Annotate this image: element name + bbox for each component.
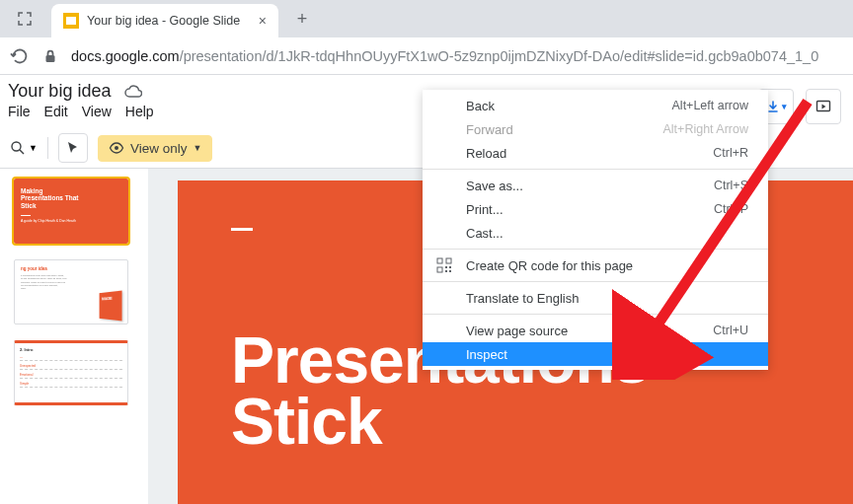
separator xyxy=(47,137,48,159)
filmstrip: Making Presentations That Stick A guide … xyxy=(0,169,148,504)
url-text[interactable]: docs.google.com/presentation/d/1JkR-tdqH… xyxy=(71,48,818,64)
reload-icon[interactable] xyxy=(10,46,30,66)
slide-thumbnail-2[interactable]: ng your idea e partnership with Chip and… xyxy=(14,259,128,324)
separator xyxy=(423,249,768,250)
cm-view-source[interactable]: View page sourceCtrl+U xyxy=(423,319,768,342)
cm-print[interactable]: Print...Ctrl+P xyxy=(423,197,768,221)
zoom-control[interactable]: ▼ xyxy=(10,140,38,156)
separator xyxy=(423,281,768,282)
svg-rect-8 xyxy=(445,266,447,268)
browser-tab[interactable]: Your big idea - Google Slide × xyxy=(51,4,278,37)
menu-bar: File Edit View Help xyxy=(8,104,154,119)
page-title[interactable]: Your big idea xyxy=(8,81,111,102)
context-menu: BackAlt+Left arrow ForwardAlt+Right Arro… xyxy=(423,90,768,370)
thumb3-item: Simple xyxy=(20,382,122,388)
slides-favicon xyxy=(63,13,79,29)
menu-help[interactable]: Help xyxy=(125,104,154,119)
magnify-icon xyxy=(10,140,26,156)
url-path: /presentation/d/1JkR-tdqHhnOUyyFtX1wO-5z… xyxy=(180,48,819,64)
menu-edit[interactable]: Edit xyxy=(44,104,68,119)
cm-forward: ForwardAlt+Right Arrow xyxy=(423,117,768,141)
thumb3-item: — xyxy=(20,355,122,361)
slide-thumbnail-3[interactable]: 2. Intro — Unexpected Emotional Simple xyxy=(14,340,128,405)
fullscreen-icon[interactable] xyxy=(18,12,32,26)
svg-point-4 xyxy=(115,146,118,150)
cloud-saved-icon[interactable] xyxy=(124,85,142,99)
cm-qr-code[interactable]: Create QR code for this page xyxy=(423,253,768,277)
cm-cast[interactable]: Cast... xyxy=(423,221,768,245)
url-host: docs.google.com xyxy=(71,48,180,64)
select-tool[interactable] xyxy=(58,133,88,163)
thumb2-title: ng your idea xyxy=(21,266,121,271)
svg-line-3 xyxy=(20,150,24,154)
book-graphic xyxy=(100,291,122,322)
thumb3-item: Emotional xyxy=(20,373,122,379)
svg-rect-7 xyxy=(437,267,442,272)
address-bar: docs.google.com/presentation/d/1JkR-tdqH… xyxy=(0,37,853,75)
svg-rect-10 xyxy=(445,270,447,272)
menu-view[interactable]: View xyxy=(82,104,112,119)
svg-rect-11 xyxy=(449,270,451,272)
thumb1-title: Making Presentations That Stick xyxy=(21,187,121,209)
decorative-line xyxy=(21,215,31,216)
tab-strip: Your big idea - Google Slide × + xyxy=(0,0,853,37)
slide-thumbnail-1[interactable]: Making Presentations That Stick A guide … xyxy=(14,179,128,244)
view-only-badge[interactable]: View only ▼ xyxy=(98,135,212,162)
chevron-down-icon: ▼ xyxy=(29,143,38,153)
cursor-icon xyxy=(66,141,80,155)
separator xyxy=(423,169,768,170)
thumb1-sub: A guide by Chip Heath & Dan Heath xyxy=(21,219,121,223)
new-tab-button[interactable]: + xyxy=(288,5,316,33)
cm-translate[interactable]: Translate to English xyxy=(423,286,768,310)
cm-inspect[interactable]: Inspect xyxy=(423,342,768,366)
close-icon[interactable]: × xyxy=(259,13,267,29)
decorative-dash xyxy=(231,228,253,231)
svg-point-2 xyxy=(12,142,21,151)
present-button[interactable] xyxy=(806,89,841,124)
thumb3-item: Unexpected xyxy=(20,364,122,370)
play-icon xyxy=(815,99,831,114)
tab-title: Your big idea - Google Slide xyxy=(87,14,251,28)
lock-icon[interactable] xyxy=(43,49,57,63)
view-only-label: View only xyxy=(130,141,188,156)
cm-reload[interactable]: ReloadCtrl+R xyxy=(423,141,768,165)
thumb2-text: e partnership with Chip and Dan Heath, o… xyxy=(21,274,121,290)
menu-file[interactable]: File xyxy=(8,104,31,119)
cm-save-as[interactable]: Save as...Ctrl+S xyxy=(423,174,768,197)
svg-rect-0 xyxy=(46,55,55,62)
cm-back[interactable]: BackAlt+Left arrow xyxy=(423,94,768,117)
eye-icon xyxy=(109,142,124,154)
svg-rect-6 xyxy=(446,258,451,263)
chevron-down-icon: ▼ xyxy=(193,143,201,153)
qr-icon xyxy=(436,257,452,273)
separator xyxy=(423,314,768,315)
thumb3-title: 2. Intro xyxy=(20,347,122,352)
svg-rect-5 xyxy=(437,258,442,263)
svg-rect-9 xyxy=(449,266,451,268)
